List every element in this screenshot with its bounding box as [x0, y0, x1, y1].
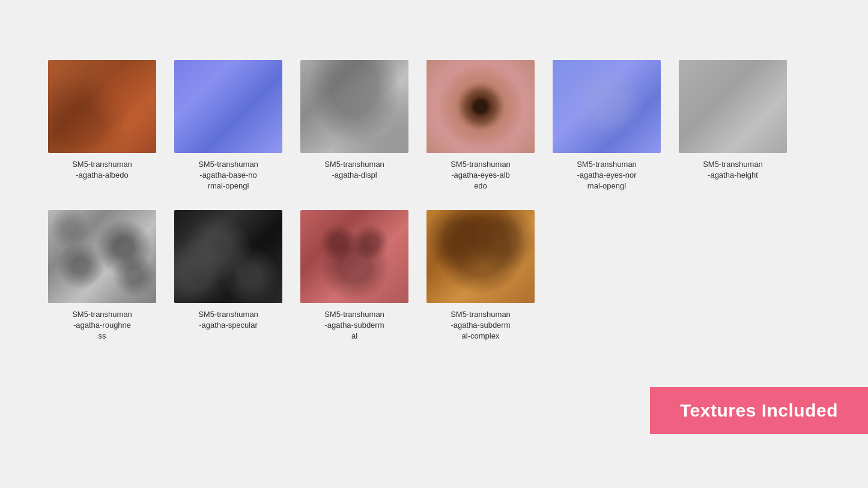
textures-included-badge: Textures Included [650, 387, 868, 434]
texture-thumb-albedo [48, 60, 156, 153]
texture-item-specular: SM5-transhuman-agatha-specular [174, 210, 282, 342]
texture-label-specular: SM5-transhuman-agatha-specular [198, 309, 258, 331]
texture-thumb-roughness [48, 210, 156, 303]
texture-item-height: SM5-transhuman-agatha-height [679, 60, 787, 192]
texture-thumb-subdermal-complex [426, 210, 535, 303]
texture-label-subdermal: SM5-transhuman-agatha-subdermal [324, 309, 384, 342]
texture-item-normal: SM5-transhuman-agatha-base-normal-opengl [174, 60, 282, 192]
texture-thumb-specular [174, 210, 282, 303]
texture-item-displ: SM5-transhuman-agatha-displ [300, 60, 408, 192]
texture-thumb-eyes-albedo [426, 60, 535, 153]
texture-label-displ: SM5-transhuman-agatha-displ [324, 159, 384, 181]
texture-label-eyes-normal: SM5-transhuman-agatha-eyes-normal-opengl [577, 159, 637, 192]
texture-label-normal: SM5-transhuman-agatha-base-normal-opengl [198, 159, 258, 192]
texture-item-subdermal: SM5-transhuman-agatha-subdermal [300, 210, 408, 342]
texture-item-albedo: SM5-transhuman-agatha-albedo [48, 60, 156, 192]
textures-included-label: Textures Included [680, 400, 838, 420]
texture-item-subdermal-complex: SM5-transhuman-agatha-subdermal-complex [426, 210, 535, 342]
texture-thumb-displ [300, 60, 408, 153]
texture-item-eyes-albedo: SM5-transhuman-agatha-eyes-albedo [426, 60, 535, 192]
main-container: SM5-transhuman-agatha-albedo SM5-transhu… [0, 0, 868, 366]
texture-label-eyes-albedo: SM5-transhuman-agatha-eyes-albedo [451, 159, 511, 192]
texture-thumb-height [679, 60, 787, 153]
texture-label-roughness: SM5-transhuman-agatha-roughness [72, 309, 132, 342]
texture-thumb-normal [174, 60, 282, 153]
texture-thumb-subdermal [300, 210, 408, 303]
texture-label-height: SM5-transhuman-agatha-height [703, 159, 763, 181]
texture-label-subdermal-complex: SM5-transhuman-agatha-subdermal-complex [451, 309, 511, 342]
texture-item-roughness: SM5-transhuman-agatha-roughness [48, 210, 156, 342]
texture-grid: SM5-transhuman-agatha-albedo SM5-transhu… [48, 60, 820, 342]
texture-thumb-eyes-normal [553, 60, 661, 153]
texture-label-albedo: SM5-transhuman-agatha-albedo [72, 159, 132, 181]
texture-item-eyes-normal: SM5-transhuman-agatha-eyes-normal-opengl [553, 60, 661, 192]
